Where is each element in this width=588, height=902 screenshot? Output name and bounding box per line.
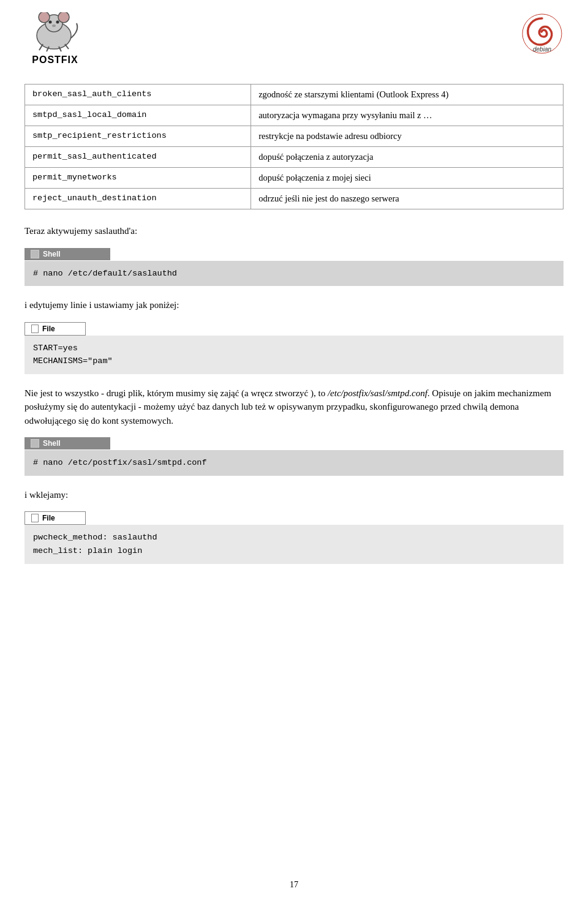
table-cell-key: permit_mynetworks [25, 168, 251, 189]
file-block-2: File pwcheck_method: saslauthd mech_list… [24, 511, 564, 563]
table-cell-value: odrzuć jeśli nie jest do naszego serwera [251, 189, 564, 209]
section2-paragraph: Nie jest to wszystko - drugi plik, który… [24, 386, 564, 428]
table-cell-key: smtpd_sasl_local_domain [25, 105, 251, 126]
file-line-3: pwcheck_method: saslauthd [33, 531, 555, 544]
table-row: permit_mynetworks dopuść połączenia z mo… [25, 168, 564, 189]
svg-point-5 [56, 21, 59, 24]
shell-command-1: # nano /etc/default/saslauthd [33, 269, 177, 278]
shell-icon-2 [31, 439, 39, 448]
shell-command-2: # nano /etc/postfix/sasl/smtpd.conf [33, 458, 207, 467]
edit-text: i edytujemy linie i ustawiamy jak poniże… [24, 298, 564, 312]
file-line-2: MECHANISMS="pam" [33, 355, 555, 368]
shell-block-2: Shell # nano /etc/postfix/sasl/smtpd.con… [24, 437, 564, 476]
table-cell-value: restrykcje na podstawie adresu odbiorcy [251, 126, 564, 147]
postfix-label: POSTFIX [32, 54, 78, 66]
section1-intro: Teraz aktywujemy saslauthd'a: [24, 224, 564, 238]
table-row: permit_sasl_authenticated dopuść połącze… [25, 147, 564, 168]
postfix-logo: POSTFIX [24, 12, 86, 66]
file-body-2: pwcheck_method: saslauthd mech_list: pla… [24, 525, 564, 563]
paste-text: i wklejamy: [24, 488, 564, 502]
table-cell-key: smtp_recipient_restrictions [25, 126, 251, 147]
shell-icon [31, 250, 39, 258]
table-cell-key: broken_sasl_auth_clients [25, 85, 251, 105]
para-part1: Nie jest to wszystko - drugi plik, który… [24, 388, 328, 398]
table-cell-key: reject_unauth_destination [25, 189, 251, 209]
file-body-1: START=yes MECHANISMS="pam" [24, 336, 564, 374]
shell-body-2: # nano /etc/postfix/sasl/smtpd.conf [24, 450, 564, 476]
file-line-1: START=yes [33, 342, 555, 355]
file-icon-1 [31, 325, 39, 333]
table-row: smtp_recipient_restrictions restrykcje n… [25, 126, 564, 147]
table-cell-key: permit_sasl_authenticated [25, 147, 251, 168]
svg-text:debian: debian [533, 46, 551, 53]
file-line-4: mech_list: plain login [33, 544, 555, 558]
table-row: smtpd_sasl_local_domain autoryzacja wyma… [25, 105, 564, 126]
svg-point-2 [39, 12, 50, 23]
page-number: 17 [0, 880, 588, 890]
shell-block-1: Shell # nano /etc/default/saslauthd [24, 248, 564, 287]
table-cell-value: zgodność ze starszymi klientami (Outlook… [251, 85, 564, 105]
shell-header-2: Shell [24, 437, 110, 449]
debian-logo: debian [521, 12, 564, 55]
shell-header-label-2: Shell [43, 439, 61, 448]
page-container: POSTFIX debian broken_sasl_auth_clients … [0, 0, 588, 902]
shell-header-1: Shell [24, 248, 110, 260]
shell-header-label-1: Shell [43, 250, 61, 258]
para-path: /etc/postfix/sasl/smtpd.conf [328, 388, 428, 398]
file-icon-2 [31, 514, 39, 522]
table-row: broken_sasl_auth_clients zgodność ze sta… [25, 85, 564, 105]
file-header-1: File [24, 322, 86, 336]
table-cell-value: dopuść połączenia z autoryzacja [251, 147, 564, 168]
table-cell-value: dopuść połączenia z mojej sieci [251, 168, 564, 189]
svg-point-6 [52, 24, 56, 27]
file-header-label-1: File [42, 325, 55, 333]
file-header-2: File [24, 511, 86, 525]
file-block-1: File START=yes MECHANISMS="pam" [24, 322, 564, 374]
table-cell-value: autoryzacja wymagana przy wysyłaniu mail… [251, 105, 564, 126]
config-table: broken_sasl_auth_clients zgodność ze sta… [24, 84, 564, 209]
postfix-logo-image [31, 12, 80, 52]
file-header-label-2: File [42, 514, 55, 522]
shell-body-1: # nano /etc/default/saslauthd [24, 261, 564, 287]
page-header: POSTFIX debian [24, 12, 564, 66]
svg-point-3 [58, 12, 69, 23]
svg-point-4 [49, 21, 52, 24]
table-row: reject_unauth_destination odrzuć jeśli n… [25, 189, 564, 209]
